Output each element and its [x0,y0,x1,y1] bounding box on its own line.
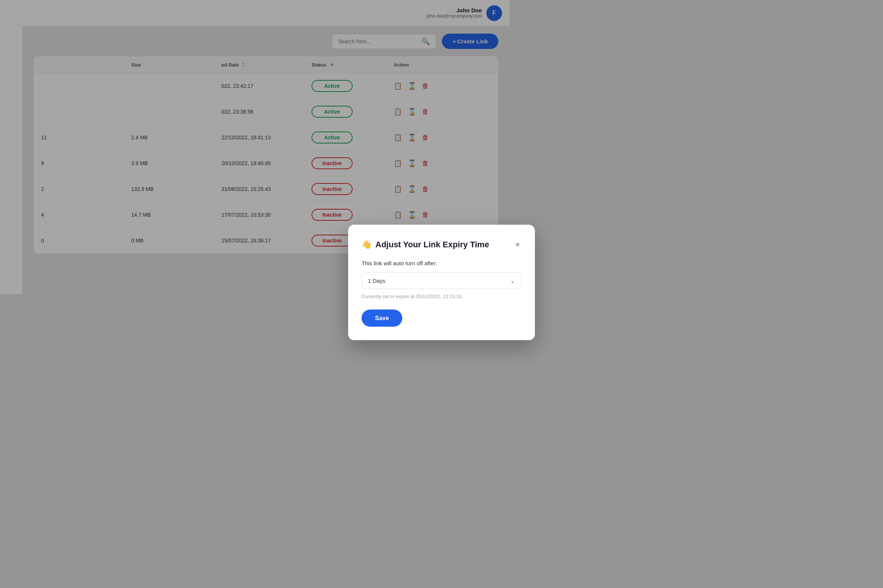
expiry-modal: 👋 Adjust Your Link Expiry Time × This li… [348,225,510,294]
title-emoji: 👋 [361,240,372,249]
modal-title: 👋 Adjust Your Link Expiry Time [361,240,489,249]
modal-hint: Currently set to expire at 05/12/2022, 1… [361,294,510,294]
modal-header: 👋 Adjust Your Link Expiry Time × [361,238,510,251]
modal-description: This link will auto turn off after: [361,260,510,266]
expiry-dropdown[interactable]: 1 Days ⌄ [361,272,510,289]
title-text: Adjust Your Link Expiry Time [375,240,489,249]
dropdown-selected-value: 1 Days [368,278,385,284]
